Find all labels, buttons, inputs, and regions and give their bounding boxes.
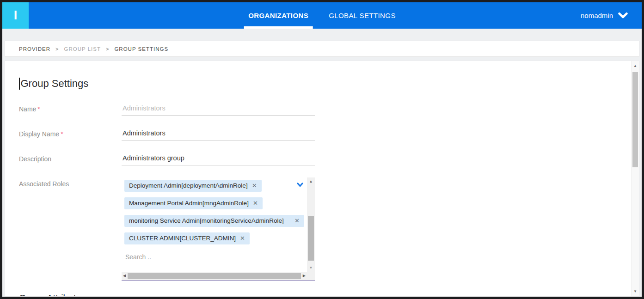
tab-global-settings[interactable]: GLOBAL SETTINGS bbox=[327, 2, 398, 29]
role-chip: Deployment Admin[deploymentAdminRole] ✕ bbox=[124, 180, 262, 192]
screen-frame: I ORGANIZATIONS GLOBAL SETTINGS nomadmin… bbox=[0, 0, 644, 299]
group-settings-form: Name* Display Name* Description Associat… bbox=[19, 103, 639, 281]
name-row: Name* bbox=[19, 103, 639, 116]
scroll-right-icon[interactable]: ▶ bbox=[303, 274, 306, 278]
display-name-row: Display Name* bbox=[19, 128, 639, 140]
scroll-up-icon[interactable]: ▲ bbox=[633, 64, 637, 68]
app-header: I ORGANIZATIONS GLOBAL SETTINGS nomadmin bbox=[2, 2, 642, 29]
select-caret-icon[interactable] bbox=[297, 183, 303, 187]
scroll-down-icon[interactable]: ▼ bbox=[309, 266, 313, 270]
scroll-up-icon[interactable]: ▲ bbox=[309, 180, 313, 183]
group-attributes-title: Group Attributes bbox=[19, 293, 639, 297]
text-cursor bbox=[19, 78, 20, 90]
page-vertical-scrollbar[interactable]: ▲ ▼ bbox=[631, 61, 639, 296]
required-marker: * bbox=[61, 130, 63, 138]
remove-role-icon[interactable]: ✕ bbox=[294, 217, 300, 225]
remove-role-icon[interactable]: ✕ bbox=[253, 199, 258, 207]
roles-scrollbar-thumb[interactable] bbox=[308, 216, 314, 261]
chevron-down-icon bbox=[618, 12, 628, 18]
group-settings-content: Group Settings Name* Display Name* Descr… bbox=[5, 61, 639, 297]
description-label: Description bbox=[19, 153, 122, 163]
description-input[interactable] bbox=[122, 153, 315, 165]
description-row: Description bbox=[19, 153, 639, 165]
associated-roles-label: Associated Roles bbox=[19, 177, 122, 188]
display-name-label-text: Display Name bbox=[19, 130, 59, 138]
remove-role-icon[interactable]: ✕ bbox=[240, 234, 245, 243]
role-chip: monitoring Service Admin[monitoringServi… bbox=[124, 215, 304, 227]
app-logo[interactable]: I bbox=[2, 2, 29, 29]
main-panel: Group Settings Name* Display Name* Descr… bbox=[5, 61, 639, 297]
breadcrumb-separator-icon: > bbox=[55, 46, 59, 52]
roles-horizontal-scrollbar[interactable]: ◀ ▶ bbox=[122, 272, 307, 280]
role-chip-label: monitoring Service Admin[monitoringServi… bbox=[129, 217, 288, 225]
page-scrollbar-thumb[interactable] bbox=[632, 72, 638, 167]
breadcrumb-separator-icon: > bbox=[106, 46, 109, 52]
user-menu[interactable]: nomadmin bbox=[581, 2, 642, 29]
selected-roles-list: Deployment Admin[deploymentAdminRole] ✕ … bbox=[122, 177, 307, 272]
name-label: Name* bbox=[19, 103, 122, 113]
display-name-input[interactable] bbox=[122, 128, 315, 140]
scroll-down-icon[interactable]: ▼ bbox=[633, 290, 637, 293]
breadcrumb-group-list[interactable]: GROUP LIST bbox=[64, 46, 101, 52]
breadcrumb-group-settings: GROUP SETTINGS bbox=[114, 46, 168, 52]
roles-hscrollbar-thumb[interactable] bbox=[128, 273, 301, 279]
role-chip-label: Deployment Admin[deploymentAdminRole] bbox=[129, 182, 248, 190]
breadcrumb: PROVIDER > GROUP LIST > GROUP SETTINGS bbox=[5, 41, 639, 57]
main-nav: ORGANIZATIONS GLOBAL SETTINGS bbox=[246, 2, 398, 29]
associated-roles-multiselect[interactable]: Deployment Admin[deploymentAdminRole] ✕ … bbox=[122, 177, 315, 281]
description-label-text: Description bbox=[19, 155, 51, 163]
name-input[interactable] bbox=[122, 103, 315, 116]
associated-roles-label-text: Associated Roles bbox=[19, 180, 69, 188]
scrollbar-corner bbox=[307, 272, 315, 280]
tab-organizations[interactable]: ORGANIZATIONS bbox=[246, 2, 310, 29]
role-chip-label: Management Portal Admin[mngAdminRole] bbox=[129, 199, 249, 207]
page-title-text: Group Settings bbox=[21, 78, 89, 90]
role-chip: Management Portal Admin[mngAdminRole] ✕ bbox=[124, 197, 263, 209]
roles-vertical-scrollbar[interactable]: ▲ ▼ bbox=[307, 177, 315, 272]
page-title: Group Settings bbox=[19, 78, 639, 90]
role-search-input[interactable] bbox=[124, 252, 235, 262]
remove-role-icon[interactable]: ✕ bbox=[252, 182, 257, 190]
role-chip-label: CLUSTER ADMIN[CLUSTER_ADMIN] bbox=[129, 234, 236, 243]
display-name-label: Display Name* bbox=[19, 128, 122, 138]
associated-roles-row: Associated Roles Deployment Admin[deploy… bbox=[19, 177, 639, 281]
role-chip: CLUSTER ADMIN[CLUSTER_ADMIN] ✕ bbox=[124, 232, 250, 244]
username-label: nomadmin bbox=[581, 12, 613, 19]
required-marker: * bbox=[37, 105, 40, 113]
scroll-left-icon[interactable]: ◀ bbox=[123, 274, 126, 278]
breadcrumb-provider[interactable]: PROVIDER bbox=[19, 46, 50, 52]
name-label-text: Name bbox=[19, 105, 36, 113]
